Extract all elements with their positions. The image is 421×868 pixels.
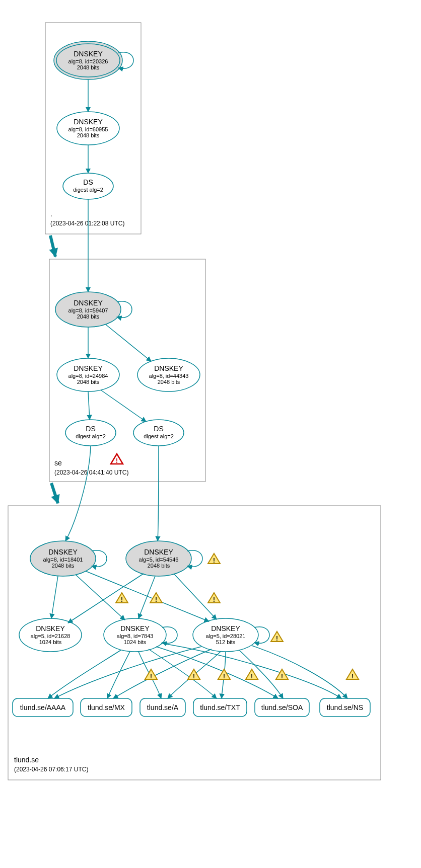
edge-delegation-se-tlund	[51, 483, 58, 503]
zone-root-timestamp: (2023-04-26 01:22:08 UTC)	[50, 220, 124, 227]
svg-text:tlund.se/TXT: tlund.se/TXT	[200, 703, 240, 712]
svg-text:!: !	[223, 673, 225, 680]
svg-text:alg=8, id=24984: alg=8, id=24984	[68, 373, 108, 379]
svg-text:tlund.se/SOA: tlund.se/SOA	[261, 703, 303, 712]
svg-text:2048 bits: 2048 bits	[77, 379, 100, 385]
svg-text:1024 bits: 1024 bits	[39, 639, 62, 645]
svg-text:digest alg=2: digest alg=2	[76, 433, 106, 439]
svg-text:!: !	[251, 673, 253, 680]
svg-text:!: !	[213, 557, 215, 564]
warning-icon: !	[246, 669, 258, 680]
svg-text:DNSKEY: DNSKEY	[36, 624, 65, 633]
edge-delegation-root-se	[50, 235, 55, 257]
warning-icon: !	[116, 593, 128, 603]
warning-icon: !	[271, 632, 283, 642]
node-root-ds: DS digest alg=2	[63, 173, 113, 199]
zone-se-label: se	[54, 459, 62, 467]
svg-text:2048 bits: 2048 bits	[77, 313, 100, 320]
svg-text:DS: DS	[83, 178, 93, 186]
svg-text:digest alg=2: digest alg=2	[144, 433, 174, 439]
warning-icon: !	[346, 669, 359, 680]
svg-text:DNSKEY: DNSKEY	[74, 299, 103, 307]
edge-se-ksk-zsk2	[106, 325, 151, 361]
svg-text:alg=5, id=28021: alg=5, id=28021	[206, 633, 246, 639]
edge-se-ds1-tksk1	[65, 446, 91, 541]
node-rr-a: tlund.se/A	[140, 698, 185, 717]
node-rr-ns: tlund.se/NS	[320, 698, 370, 717]
edge-se-zsk1-ds1	[88, 391, 90, 420]
svg-text:2048 bits: 2048 bits	[52, 563, 75, 569]
warning-icon: !	[208, 593, 220, 603]
svg-text:2048 bits: 2048 bits	[77, 132, 100, 138]
svg-text:!: !	[193, 673, 195, 680]
svg-text:2048 bits: 2048 bits	[77, 64, 100, 70]
svg-text:alg=5, id=21628: alg=5, id=21628	[31, 633, 71, 639]
svg-text:tlund.se/A: tlund.se/A	[147, 703, 179, 712]
svg-text:512 bits: 512 bits	[216, 639, 236, 645]
zone-tlund-timestamp: (2023-04-26 07:06:17 UTC)	[14, 766, 88, 773]
svg-text:tlund.se/NS: tlund.se/NS	[327, 703, 363, 712]
svg-text:DS: DS	[154, 425, 163, 433]
edge-se-zsk1-ds2	[101, 390, 146, 422]
svg-text:DNSKEY: DNSKEY	[48, 548, 78, 556]
error-icon: !	[111, 454, 123, 464]
svg-text:DNSKEY: DNSKEY	[74, 118, 103, 126]
node-se-ds2: DS digest alg=2	[133, 420, 184, 446]
svg-text:!: !	[155, 596, 157, 603]
svg-text:tlund.se/AAAA: tlund.se/AAAA	[20, 703, 66, 712]
node-rr-mx: tlund.se/MX	[81, 698, 132, 717]
svg-text:alg=8, id=18401: alg=8, id=18401	[43, 557, 83, 563]
svg-text:DNSKEY: DNSKEY	[120, 624, 150, 633]
svg-text:!: !	[352, 673, 354, 680]
node-rr-soa: tlund.se/SOA	[255, 698, 309, 717]
svg-text:alg=8, id=44343: alg=8, id=44343	[149, 373, 189, 379]
svg-point-26	[65, 420, 116, 446]
node-se-ksk: DNSKEY alg=8, id=59407 2048 bits	[55, 292, 121, 327]
node-se-ds1: DS digest alg=2	[65, 420, 116, 446]
svg-text:!: !	[276, 635, 278, 642]
svg-text:!: !	[281, 673, 283, 680]
svg-text:alg=8, id=7843: alg=8, id=7843	[117, 633, 154, 639]
node-tlund-zsk3: DNSKEY alg=5, id=28021 512 bits	[193, 618, 258, 652]
zone-se-timestamp: (2023-04-26 04:41:40 UTC)	[54, 469, 128, 476]
svg-point-10	[63, 173, 113, 199]
svg-text:DNSKEY: DNSKEY	[211, 624, 240, 633]
svg-text:alg=8, id=60955: alg=8, id=60955	[68, 126, 108, 132]
svg-text:!: !	[213, 596, 215, 603]
warning-icon: !	[145, 669, 157, 680]
svg-text:tlund.se/MX: tlund.se/MX	[88, 703, 125, 712]
svg-text:!: !	[121, 596, 123, 603]
svg-text:!: !	[150, 673, 152, 680]
svg-text:alg=5, id=54546: alg=5, id=54546	[139, 557, 179, 563]
zone-tlund-label: tlund.se	[14, 756, 39, 764]
svg-text:2048 bits: 2048 bits	[158, 379, 180, 385]
warning-icon: !	[218, 669, 230, 680]
svg-text:DS: DS	[86, 425, 95, 433]
svg-point-29	[133, 420, 184, 446]
node-root-ksk: DNSKEY alg=8, id=20326 2048 bits	[54, 41, 122, 80]
node-tlund-zsk1: DNSKEY alg=5, id=21628 1024 bits	[19, 618, 82, 652]
svg-text:DNSKEY: DNSKEY	[144, 548, 173, 556]
svg-text:alg=8, id=59407: alg=8, id=59407	[68, 307, 108, 313]
node-se-zsk2: DNSKEY alg=8, id=44343 2048 bits	[137, 358, 200, 391]
svg-text:DNSKEY: DNSKEY	[154, 364, 183, 372]
dnssec-graph: . (2023-04-26 01:22:08 UTC) DNSKEY alg=8…	[0, 0, 421, 868]
svg-text:DNSKEY: DNSKEY	[74, 50, 103, 58]
node-se-zsk1: DNSKEY alg=8, id=24984 2048 bits	[57, 358, 119, 391]
edge-se-ds2-tksk2	[158, 446, 159, 541]
node-rr-txt: tlund.se/TXT	[193, 698, 247, 717]
svg-text:!: !	[116, 457, 118, 464]
node-tlund-ksk2: DNSKEY alg=5, id=54546 2048 bits	[126, 541, 191, 576]
zone-root-label: .	[50, 210, 52, 218]
node-root-zsk: DNSKEY alg=8, id=60955 2048 bits	[57, 112, 119, 145]
svg-text:digest alg=2: digest alg=2	[73, 187, 103, 193]
svg-text:1024 bits: 1024 bits	[124, 639, 147, 645]
node-rr-aaaa: tlund.se/AAAA	[13, 698, 73, 717]
svg-text:alg=8, id=20326: alg=8, id=20326	[68, 58, 108, 64]
svg-text:DNSKEY: DNSKEY	[74, 364, 103, 372]
svg-text:2048 bits: 2048 bits	[148, 563, 170, 569]
warning-icon: !	[208, 554, 220, 564]
